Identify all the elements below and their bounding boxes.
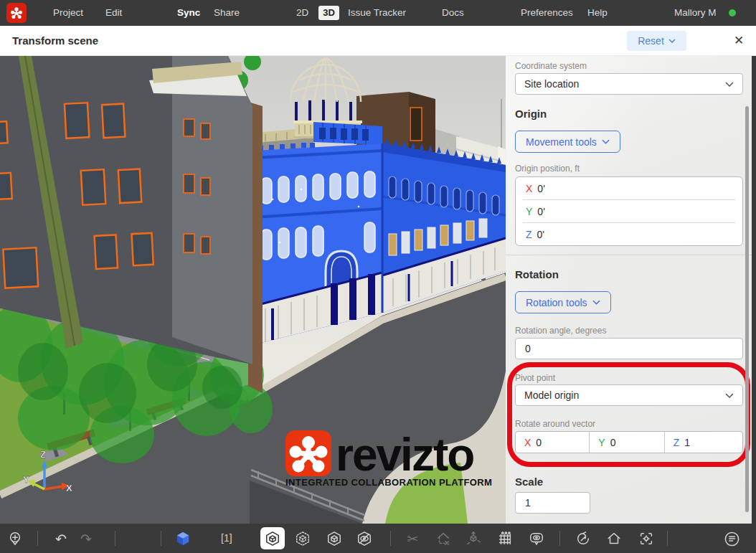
rotate-vector-fields: X0 Y0 Z1 — [515, 431, 743, 453]
navigation-cube-icon[interactable] — [174, 530, 192, 547]
show-all-objects-icon[interactable] — [326, 530, 343, 547]
bottom-toolbar: ↶ ↷ [1] — [0, 524, 756, 553]
mode-3d-button-active[interactable]: 3D — [318, 6, 339, 20]
axis-y-label: Y — [598, 437, 605, 448]
undo-icon[interactable]: ↶ — [52, 530, 70, 547]
rotation-tools-button[interactable]: Rotation tools — [515, 291, 611, 313]
toolbar-divider — [667, 531, 668, 546]
origin-z-value: 0' — [537, 229, 544, 240]
origin-z-field[interactable]: Z0' — [516, 223, 742, 245]
revizto-watermark: revizto INTEGRATED COLLABORATION PLATFOR… — [285, 429, 492, 488]
vector-y-value: 0 — [610, 437, 616, 448]
coordinate-system-select[interactable]: Site location — [515, 73, 743, 95]
origin-x-value: 0' — [537, 183, 544, 194]
viewport-3d[interactable]: Z X Y revizto INTEGRATED COLLABORATION P… — [0, 56, 506, 524]
rotation-angle-value: 0 — [525, 343, 531, 354]
chevron-down-icon — [592, 300, 600, 305]
movement-tools-label: Movement tools — [526, 136, 597, 148]
toolbar-divider — [37, 531, 38, 546]
revizto-window: Project Edit Sync Share 2D 3D Issue Trac… — [0, 0, 756, 553]
chevron-down-icon — [668, 39, 676, 43]
axis-x-label: X — [524, 437, 531, 448]
grid-icon[interactable] — [496, 530, 514, 547]
move-object-icon[interactable] — [465, 530, 482, 547]
scale-value: 1 — [525, 497, 531, 509]
hidden-objects-icon[interactable] — [356, 530, 373, 547]
menu-share[interactable]: Share — [214, 0, 240, 26]
coordinate-system-value: Site location — [524, 78, 579, 90]
reset-label: Reset — [638, 35, 664, 47]
dialog-title: Transform scene — [12, 26, 98, 56]
cut-scissors-icon[interactable]: ✂ — [404, 530, 421, 547]
focus-selection-icon[interactable] — [638, 530, 655, 547]
origin-y-field[interactable]: Y0' — [516, 200, 742, 222]
chevron-down-icon — [725, 82, 734, 87]
axis-y-label: Y — [526, 206, 532, 217]
rotation-heading: Rotation — [515, 268, 559, 280]
pivot-point-label: Pivot point — [515, 373, 555, 383]
toolbar-divider — [161, 531, 161, 546]
window-edge — [752, 56, 756, 524]
origin-x-field[interactable]: X0' — [516, 177, 742, 199]
vector-y-field[interactable]: Y0 — [590, 432, 664, 453]
axis-z-label: Z — [674, 437, 680, 448]
origin-y-value: 0' — [537, 206, 544, 217]
cube-hexagon-icon — [265, 531, 280, 547]
viewpoint-count[interactable]: [1] — [221, 524, 232, 553]
rotation-angle-input[interactable]: 0 — [515, 338, 743, 359]
toolbar-divider — [559, 531, 560, 546]
mode-2d-button[interactable]: 2D — [296, 0, 308, 26]
vector-z-value: 1 — [684, 437, 690, 448]
chevron-down-icon — [725, 393, 734, 398]
notes-icon[interactable] — [723, 530, 740, 547]
origin-position-label: Origin position, ft — [515, 164, 580, 174]
origin-position-fields: X0' Y0' Z0' — [515, 176, 743, 246]
menu-project[interactable]: Project — [53, 0, 83, 26]
panel-scrollbar[interactable] — [745, 106, 749, 512]
home-view-icon[interactable] — [605, 530, 623, 547]
vector-x-value: 0 — [536, 437, 542, 448]
menu-issue-tracker[interactable]: Issue Tracker — [348, 0, 406, 26]
reset-button[interactable]: Reset — [627, 31, 686, 51]
scene-render: Z X Y revizto INTEGRATED COLLABORATION P… — [0, 56, 506, 524]
isolate-objects-button-active[interactable] — [260, 527, 285, 549]
watermark-tagline: INTEGRATED COLLABORATION PLATFORM — [285, 477, 492, 488]
toolbar-divider — [115, 531, 115, 546]
chevron-down-icon — [602, 139, 610, 144]
pivot-point-select[interactable]: Model origin — [515, 384, 743, 406]
watermark-brand: revizto — [336, 429, 473, 481]
toolbar-divider — [390, 531, 391, 546]
markup-visibility-icon[interactable] — [528, 530, 545, 547]
movement-tools-button[interactable]: Movement tools — [515, 131, 620, 153]
revizto-app-icon[interactable] — [6, 3, 27, 23]
axis-z-label: Z — [40, 449, 46, 460]
scale-heading: Scale — [515, 476, 543, 488]
menu-sync[interactable]: Sync — [177, 0, 200, 26]
dialog-header: Transform scene Reset ✕ — [0, 26, 756, 56]
origin-heading: Origin — [515, 108, 547, 120]
menu-bar: Project Edit Sync Share 2D 3D Issue Trac… — [0, 0, 756, 26]
menu-edit[interactable]: Edit — [105, 0, 122, 26]
reset-appearance-icon[interactable] — [575, 530, 592, 547]
location-pin-icon[interactable] — [6, 530, 24, 547]
menu-docs[interactable]: Docs — [442, 0, 464, 26]
user-name[interactable]: Mallory M — [674, 0, 717, 26]
rotate-vector-label: Rotate around vector — [515, 419, 595, 429]
vector-z-field[interactable]: Z1 — [665, 432, 742, 453]
axis-x-label: X — [526, 183, 532, 194]
axis-y-label: Y — [23, 474, 29, 485]
pivot-point-value: Model origin — [524, 389, 579, 401]
ghost-objects-icon[interactable] — [294, 530, 311, 547]
close-icon[interactable]: ✕ — [730, 32, 747, 49]
coordinate-system-label: Coordinate system — [515, 61, 587, 71]
transform-panel: Coordinate system Site location Origin M… — [506, 56, 756, 524]
menu-preferences[interactable]: Preferences — [521, 0, 573, 26]
section-house-icon[interactable] — [435, 530, 452, 547]
section-divider — [506, 255, 756, 255]
menu-help[interactable]: Help — [587, 0, 608, 26]
revizto-logo-mark — [9, 6, 24, 20]
user-status-dot — [729, 9, 736, 16]
vector-x-field[interactable]: X0 — [516, 432, 590, 453]
scale-input[interactable]: 1 — [515, 492, 590, 514]
redo-icon[interactable]: ↷ — [77, 530, 95, 547]
